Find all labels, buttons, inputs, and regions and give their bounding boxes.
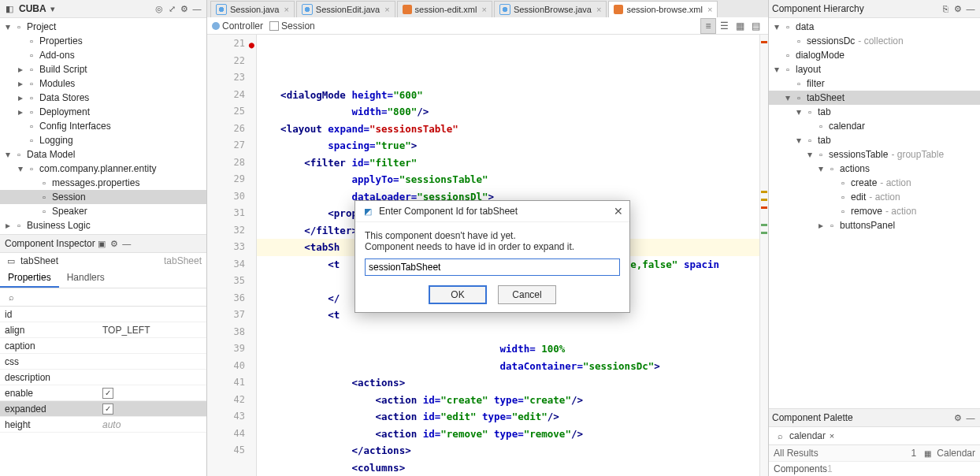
project-tree[interactable]: ▾▫Project▫Properties▫Add-ons▸▫Build Scri… [0,18,206,234]
act-icon: ▫ [826,162,838,175]
hierarchy-item[interactable]: ▾▫layout [769,62,980,76]
gear-icon[interactable]: ⚙ [108,237,121,250]
palette-results-count: 1 [911,448,917,459]
hierarchy-item[interactable]: ▾▫tabSheet [769,91,980,105]
project-tree-item[interactable]: ▫Config Interfaces [0,119,206,133]
editor-tab[interactable]: session-edit.xml× [397,1,492,17]
minimize-icon[interactable]: — [964,411,977,424]
project-tree-item[interactable]: ▫Add-ons [0,48,206,62]
project-tree-item[interactable]: ▾▫com.company.planner.entity [0,162,206,176]
chevron-down-icon[interactable]: ▾ [46,2,59,15]
tab-handlers[interactable]: Handlers [59,269,113,288]
hierarchy-tree[interactable]: ▾▫data▫sessionsDc - collection▫dialogMod… [769,18,980,408]
a-icon: ▫ [837,191,849,203]
hierarchy-item[interactable]: ▾▫tab [769,133,980,147]
close-icon[interactable]: × [707,5,712,14]
component-id-input[interactable] [365,258,620,276]
java-file-icon [302,4,313,15]
hierarchy-item[interactable]: ▫create - action [769,176,980,190]
close-icon[interactable]: × [284,5,288,14]
locate-icon[interactable]: ⎘ [939,2,952,15]
editor-tab[interactable]: SessionEdit.java× [296,1,395,17]
minimize-icon[interactable]: — [121,237,133,250]
hierarchy-item[interactable]: ▾▫actions [769,162,980,176]
property-row[interactable]: alignTOP_LEFT [0,322,206,338]
hierarchy-item[interactable]: ▾▫tab [769,105,980,119]
palette-header: Component Palette ⚙ — [769,408,980,427]
hierarchy-item[interactable]: ▾▫data [769,20,980,34]
project-tree-item[interactable]: ▫Properties [0,34,206,48]
dlg-icon: ▫ [781,49,794,61]
project-tree-item[interactable]: ▸▫Build Script [0,62,206,76]
crumb-controller[interactable]: Controller [212,20,263,32]
view-split-icon[interactable]: ▤ [748,18,763,34]
crumb-session[interactable]: Session [269,20,315,32]
editor-tab[interactable]: session-browse.xml× [608,1,718,17]
hierarchy-item[interactable]: ▫filter [769,76,980,91]
tbl-icon: ▫ [815,148,827,161]
cuba-toolwindow-header: ◧ CUBA ▾ ◎ ⤢ ⚙ — [0,0,206,18]
project-tree-item[interactable]: ▫Session [0,190,206,204]
cancel-button[interactable]: Cancel [498,285,556,304]
property-row[interactable]: id [0,307,206,322]
view-image-icon[interactable]: ▦ [732,18,748,34]
editor-breadcrumb: Controller Session ≡ ☰ ▦ ▤ [207,17,768,35]
close-icon[interactable]: × [481,5,486,14]
hierarchy-item[interactable]: ▫edit - action [769,190,980,204]
properties-table[interactable]: idalignTOP_LEFTcaptioncssdescriptionenab… [0,306,206,433]
close-icon[interactable]: × [384,5,389,14]
java-file-icon [499,4,510,15]
hierarchy-item[interactable]: ▫calendar [769,119,980,133]
property-row[interactable]: caption [0,338,206,354]
palette-search[interactable]: ⌕ calendar × [769,427,980,445]
minimize-icon[interactable]: — [191,2,203,15]
a-icon: ▫ [837,177,849,189]
gear-icon[interactable]: ⚙ [952,411,964,424]
project-tree-item[interactable]: ▫Speaker [0,204,206,218]
editor-tab[interactable]: SessionBrowse.java× [494,1,607,17]
close-icon[interactable]: ✕ [614,205,623,218]
clear-icon[interactable]: × [826,430,838,442]
expand-icon[interactable]: ⤢ [165,2,178,15]
hierarchy-item[interactable]: ▸▫buttonsPanel [769,218,980,232]
layout-icon[interactable]: ▣ [95,237,108,250]
palette-tree-item[interactable]: Components1 [769,462,980,476]
hierarchy-item[interactable]: ▫sessionsDc - collection [769,34,980,48]
hierarchy-item[interactable]: ▫dialogMode [769,48,980,62]
project-tree-item[interactable]: ▫Logging [0,133,206,147]
dialog-line-2: Component needs to have id in order to e… [365,241,620,252]
property-row[interactable]: css [0,354,206,370]
property-row[interactable]: description [0,370,206,385]
project-tree-item[interactable]: ▸▫Business Logic [0,218,206,232]
inspector-search[interactable]: ⌕ [0,288,206,306]
property-row[interactable]: enable✓ [0,385,206,401]
editor-tab[interactable]: Session.java× [210,1,295,17]
tab-properties[interactable]: Properties [0,269,59,288]
gear-icon[interactable]: ⚙ [952,2,964,15]
target-icon[interactable]: ◎ [153,2,165,15]
project-tree-item[interactable]: ▸▫Deployment [0,105,206,119]
project-tree-item[interactable]: ▾▫Project [0,20,206,34]
hierarchy-item[interactable]: ▫remove - action [769,204,980,218]
gear-icon[interactable]: ⚙ [178,2,191,15]
a-icon: ▫ [837,205,849,218]
palette-title: Component Palette [772,412,853,423]
ok-button[interactable]: OK [429,285,487,304]
entity-icon: ▫ [38,191,50,203]
project-tree-item[interactable]: ▸▫Data Stores [0,91,206,105]
close-icon[interactable]: × [596,5,601,14]
view-list-icon[interactable]: ☰ [716,18,732,34]
dialog-title: Enter Component Id for tabSheet [379,206,518,217]
minimize-icon[interactable]: — [964,2,977,15]
project-tree-item[interactable]: ▫messages.properties [0,176,206,190]
palette-result-item[interactable]: Calendar [937,448,975,459]
property-row[interactable]: heightauto [0,417,206,433]
project-tree-item[interactable]: ▸▫Modules [0,76,206,91]
property-row[interactable]: expanded✓ [0,401,206,417]
error-stripe[interactable] [759,35,768,476]
right-sidebar: Component Hierarchy ⎘ ⚙ — ▾▫data▫session… [768,0,980,476]
dialog-line-1: This component doesn't have id yet. [365,230,620,241]
view-text-icon[interactable]: ≡ [700,18,716,34]
hierarchy-item[interactable]: ▾▫sessionsTable - groupTable [769,147,980,162]
project-tree-item[interactable]: ▾▫Data Model [0,147,206,162]
